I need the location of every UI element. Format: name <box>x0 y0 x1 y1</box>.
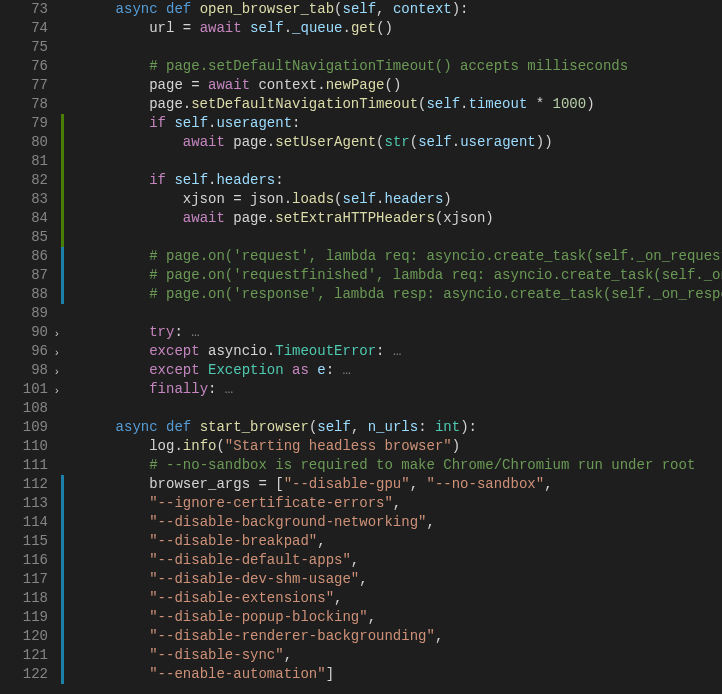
modification-indicator <box>61 114 64 133</box>
line-number: 98› <box>0 361 48 380</box>
chevron-right-icon[interactable]: › <box>53 363 60 382</box>
code-area[interactable]: async def open_browser_tab(self, context… <box>62 0 722 694</box>
code-line[interactable]: browser_args = ["--disable-gpu", "--no-s… <box>82 475 722 494</box>
code-line[interactable]: if self.useragent: <box>82 114 722 133</box>
line-number: 120 <box>0 627 48 646</box>
modification-indicator <box>61 475 64 494</box>
line-number: 84 <box>0 209 48 228</box>
code-line[interactable]: "--disable-background-networking", <box>82 513 722 532</box>
line-number: 88 <box>0 285 48 304</box>
line-number: 89 <box>0 304 48 323</box>
code-line[interactable]: except asyncio.TimeoutError: … <box>82 342 722 361</box>
code-line[interactable]: xjson = json.loads(self.headers) <box>82 190 722 209</box>
code-line[interactable]: async def open_browser_tab(self, context… <box>82 0 722 19</box>
line-number: 77 <box>0 76 48 95</box>
code-line[interactable]: "--enable-automation"] <box>82 665 722 684</box>
code-line[interactable]: page.setDefaultNavigationTimeout(self.ti… <box>82 95 722 114</box>
code-line[interactable]: # --no-sandbox is required to make Chrom… <box>82 456 722 475</box>
modification-indicator <box>61 532 64 551</box>
modification-indicator <box>61 627 64 646</box>
code-line[interactable]: "--disable-sync", <box>82 646 722 665</box>
code-line[interactable]: async def start_browser(self, n_urls: in… <box>82 418 722 437</box>
code-line[interactable]: try: … <box>82 323 722 342</box>
line-number: 79 <box>0 114 48 133</box>
line-number: 122 <box>0 665 48 684</box>
line-number: 113 <box>0 494 48 513</box>
modification-indicator <box>61 570 64 589</box>
modification-indicator <box>61 665 64 684</box>
modification-indicator <box>61 209 64 228</box>
line-number: 81 <box>0 152 48 171</box>
line-number: 75 <box>0 38 48 57</box>
modification-indicator <box>61 152 64 171</box>
line-number: 74 <box>0 19 48 38</box>
code-line[interactable]: except Exception as e: … <box>82 361 722 380</box>
code-line[interactable]: # page.on('response', lambda resp: async… <box>82 285 722 304</box>
line-number: 90› <box>0 323 48 342</box>
line-number: 76 <box>0 57 48 76</box>
line-number: 121 <box>0 646 48 665</box>
code-line[interactable]: url = await self._queue.get() <box>82 19 722 38</box>
code-line[interactable]: "--disable-breakpad", <box>82 532 722 551</box>
line-number: 110 <box>0 437 48 456</box>
code-editor[interactable]: 737475767778798081828384858687888990›96›… <box>0 0 722 694</box>
code-line[interactable]: finally: … <box>82 380 722 399</box>
line-number: 85 <box>0 228 48 247</box>
modification-indicator <box>61 646 64 665</box>
line-number: 117 <box>0 570 48 589</box>
line-number: 73 <box>0 0 48 19</box>
modification-indicator <box>61 133 64 152</box>
line-number: 87 <box>0 266 48 285</box>
modification-indicator <box>61 285 64 304</box>
modification-indicator <box>61 247 64 266</box>
line-number: 116 <box>0 551 48 570</box>
modification-indicator <box>61 228 64 247</box>
modification-indicator <box>61 171 64 190</box>
chevron-right-icon[interactable]: › <box>53 344 60 363</box>
line-number-gutter: 737475767778798081828384858687888990›96›… <box>0 0 62 694</box>
line-number: 101› <box>0 380 48 399</box>
code-line[interactable] <box>82 304 722 323</box>
line-number: 86 <box>0 247 48 266</box>
code-line[interactable]: "--disable-popup-blocking", <box>82 608 722 627</box>
code-line[interactable]: "--ignore-certificate-errors", <box>82 494 722 513</box>
code-line[interactable]: "--disable-dev-shm-usage", <box>82 570 722 589</box>
code-line[interactable]: "--disable-renderer-backgrounding", <box>82 627 722 646</box>
code-line[interactable]: if self.headers: <box>82 171 722 190</box>
code-line[interactable]: "--disable-default-apps", <box>82 551 722 570</box>
code-line[interactable]: # page.on('request', lambda req: asyncio… <box>82 247 722 266</box>
line-number: 83 <box>0 190 48 209</box>
modification-indicator <box>61 190 64 209</box>
line-number: 78 <box>0 95 48 114</box>
code-line[interactable] <box>82 38 722 57</box>
line-number: 112 <box>0 475 48 494</box>
line-number: 82 <box>0 171 48 190</box>
line-number: 109 <box>0 418 48 437</box>
modification-indicator <box>61 589 64 608</box>
chevron-right-icon[interactable]: › <box>53 325 60 344</box>
line-number: 80 <box>0 133 48 152</box>
chevron-right-icon[interactable]: › <box>53 382 60 401</box>
modification-indicator <box>61 494 64 513</box>
code-line[interactable] <box>82 399 722 418</box>
modification-indicator <box>61 608 64 627</box>
modification-indicator <box>61 266 64 285</box>
line-number: 108 <box>0 399 48 418</box>
line-number: 114 <box>0 513 48 532</box>
code-line[interactable]: page = await context.newPage() <box>82 76 722 95</box>
code-line[interactable] <box>82 228 722 247</box>
line-number: 111 <box>0 456 48 475</box>
line-number: 118 <box>0 589 48 608</box>
code-line[interactable]: await page.setUserAgent(str(self.userage… <box>82 133 722 152</box>
code-line[interactable]: await page.setExtraHTTPHeaders(xjson) <box>82 209 722 228</box>
code-line[interactable]: # page.setDefaultNavigationTimeout() acc… <box>82 57 722 76</box>
line-number: 115 <box>0 532 48 551</box>
modification-indicator <box>61 513 64 532</box>
line-number: 96› <box>0 342 48 361</box>
code-line[interactable]: "--disable-extensions", <box>82 589 722 608</box>
code-line[interactable] <box>82 152 722 171</box>
modification-indicator <box>61 551 64 570</box>
code-line[interactable]: # page.on('requestfinished', lambda req:… <box>82 266 722 285</box>
code-line[interactable]: log.info("Starting headless browser") <box>82 437 722 456</box>
line-number: 119 <box>0 608 48 627</box>
